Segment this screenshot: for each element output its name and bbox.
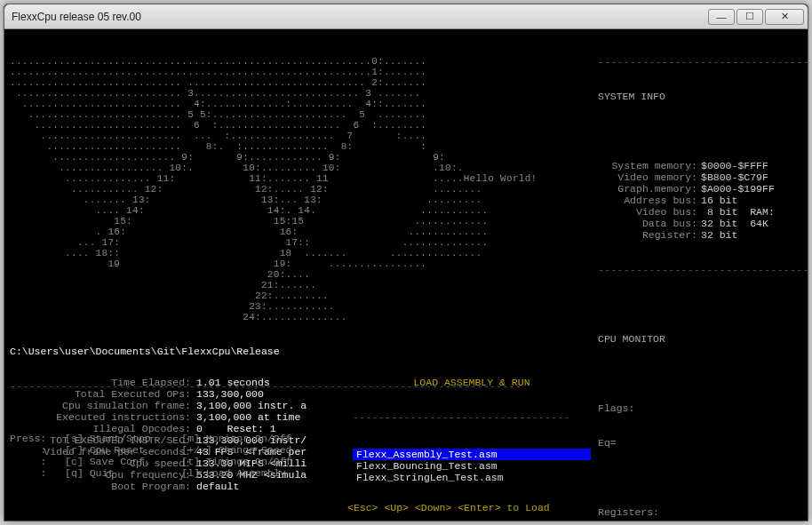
cpu-monitor-heading: CPU MONITOR (598, 333, 802, 345)
minimize-button[interactable]: — (708, 9, 735, 25)
help-row: : [q] Quit [l] Load Assembly (10, 467, 592, 479)
registers-heading: Registers: (598, 506, 802, 518)
maximize-button[interactable]: ☐ (736, 9, 763, 25)
sysinfo-row: Address bus:16 bit (598, 195, 802, 206)
flags-label: Flags: (598, 402, 802, 414)
stat-value: 1.01 seconds (191, 377, 270, 388)
ascii-art-display: ........................................… (10, 56, 592, 322)
window-title: FlexxCpu release 05 rev.00 (12, 11, 706, 23)
right-info-panel: ---------------------------------- SYSTE… (598, 33, 802, 521)
sysinfo-value: $A000-$199FF (697, 183, 775, 195)
stat-label: Time Elapsed: (10, 377, 191, 388)
sysinfo-label: Data bus: (598, 218, 697, 229)
sysinfo-row: Data bus:32 bit 64K (598, 218, 802, 229)
sysinfo-row: System memory:$0000-$FFFF (598, 160, 802, 171)
terminal-viewport: ........................................… (4, 29, 808, 521)
help-row: : [r] Cpu Reset [+/-] Change Speed (10, 444, 592, 456)
divider: ----------------------------------------… (10, 517, 352, 521)
eq-label: Eq= (598, 437, 802, 449)
sysinfo-label: Video bus: (598, 206, 697, 218)
divider: ---------------------------------- (598, 264, 802, 275)
close-button[interactable]: ✕ (765, 9, 804, 25)
sysinfo-value: 16 bit (697, 195, 737, 206)
sysinfo-row: Graph.memory:$A000-$199FF (598, 183, 802, 195)
help-row: : [c] Save Conf. [t] Timings On/Off (10, 456, 592, 467)
load-hint: <Esc> <Up> <Down> <Enter> to Load (347, 502, 550, 513)
sysinfo-label: System memory: (598, 160, 697, 171)
load-panel-title: LOAD ASSEMBLY & RUN (353, 377, 591, 388)
sysinfo-value: 32 bit (697, 229, 737, 241)
sysinfo-row: Video bus: 8 bit RAM: (598, 206, 802, 218)
sysinfo-label: Video memory: (598, 171, 697, 183)
sysinfo-value: 8 bit RAM: (697, 206, 775, 218)
stat-row: Total Executed OPs:133,300,000 (10, 388, 352, 400)
stat-value: 133,300,000 (191, 388, 264, 400)
sysinfo-value: $0000-$FFFF (697, 160, 768, 171)
sysinfo-label: Register: (598, 229, 697, 241)
stat-row: Time Elapsed:1.01 seconds (10, 377, 352, 388)
stat-label: Total Executed OPs: (10, 388, 191, 400)
system-info-heading: SYSTEM INFO (598, 91, 802, 102)
sysinfo-label: Graph.memory: (598, 183, 697, 195)
sysinfo-label: Address bus: (598, 195, 697, 206)
divider: ---------------------------------- (598, 56, 802, 68)
keyboard-help: Press: [s] Start/Stop [m] Monitor On/Off… (10, 410, 592, 513)
app-window: FlexxCpu release 05 rev.00 — ☐ ✕ .......… (4, 4, 808, 521)
titlebar[interactable]: FlexxCpu release 05 rev.00 — ☐ ✕ (4, 4, 808, 29)
sysinfo-row: Register:32 bit (598, 229, 802, 241)
sysinfo-value: $B800-$C79F (697, 171, 768, 183)
sysinfo-value: 32 bit 64K (697, 218, 768, 229)
help-row: Press: [s] Start/Stop [m] Monitor On/Off (10, 433, 592, 444)
sysinfo-row: Video memory:$B800-$C79F (598, 171, 802, 183)
